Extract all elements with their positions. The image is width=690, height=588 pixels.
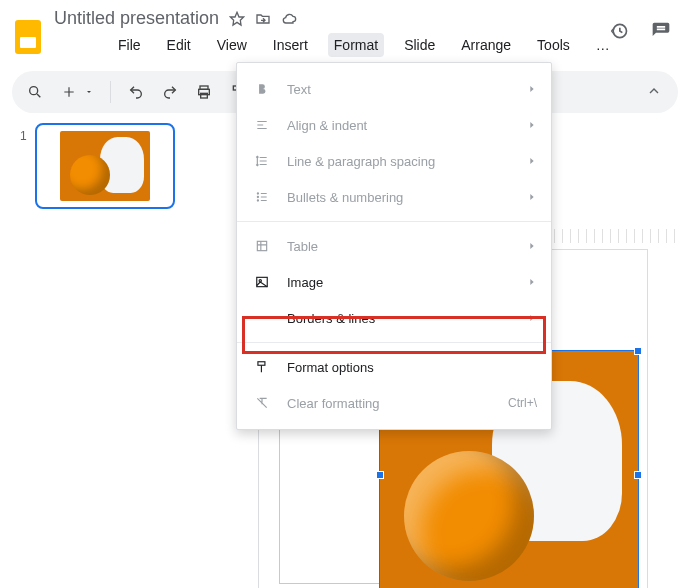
submenu-arrow-icon xyxy=(527,277,537,287)
submenu-arrow-icon xyxy=(527,192,537,202)
menu-shortcut: Ctrl+\ xyxy=(508,396,537,410)
menu-item-clear-formatting: Clear formattingCtrl+\ xyxy=(237,385,551,421)
image-icon xyxy=(253,275,271,289)
document-title[interactable]: Untitled presentation xyxy=(54,8,219,29)
table-icon xyxy=(253,239,271,253)
menu-item-line-paragraph-spacing: Line & paragraph spacing xyxy=(237,143,551,179)
undo-icon[interactable] xyxy=(127,83,145,101)
clear-icon xyxy=(253,396,271,410)
format-menu-dropdown: TextAlign & indentLine & paragraph spaci… xyxy=(236,62,552,430)
divider xyxy=(110,81,111,103)
new-slide-button[interactable] xyxy=(60,83,78,101)
menu-item-image[interactable]: Image xyxy=(237,264,551,300)
menu-item-format-options[interactable]: Format options xyxy=(237,349,551,385)
submenu-arrow-icon xyxy=(527,313,537,323)
move-icon[interactable] xyxy=(255,11,271,27)
submenu-arrow-icon xyxy=(527,156,537,166)
resize-handle[interactable] xyxy=(634,471,642,479)
menu-item-align-indent: Align & indent xyxy=(237,107,551,143)
slide-thumbnail[interactable] xyxy=(35,123,175,209)
align-icon xyxy=(253,118,271,132)
submenu-arrow-icon xyxy=(527,120,537,130)
menu-item-label: Borders & lines xyxy=(287,311,375,326)
slide-thumbnail-panel: 1 xyxy=(20,123,200,209)
menu-item-label: Clear formatting xyxy=(287,396,379,411)
menu-item-label: Line & paragraph spacing xyxy=(287,154,435,169)
menu-view[interactable]: View xyxy=(211,33,253,57)
borders-icon xyxy=(253,311,271,325)
menu-arrange[interactable]: Arrange xyxy=(455,33,517,57)
menu-item-bullets-numbering: Bullets & numbering xyxy=(237,179,551,215)
svg-point-9 xyxy=(257,200,258,201)
menu-item-label: Text xyxy=(287,82,311,97)
star-icon[interactable] xyxy=(229,11,245,27)
menu-insert[interactable]: Insert xyxy=(267,33,314,57)
svg-point-7 xyxy=(257,193,258,194)
format-options-icon xyxy=(253,360,271,374)
print-icon[interactable] xyxy=(195,83,213,101)
redo-icon[interactable] xyxy=(161,83,179,101)
line-spacing-icon xyxy=(253,154,271,168)
menu-item-label: Table xyxy=(287,239,318,254)
resize-handle[interactable] xyxy=(634,347,642,355)
menu-item-label: Bullets & numbering xyxy=(287,190,403,205)
menu-item-text: Text xyxy=(237,71,551,107)
slide-number: 1 xyxy=(20,123,27,143)
menu-item-table: Table xyxy=(237,228,551,264)
menu-separator xyxy=(237,342,551,343)
menu-item-label: Align & indent xyxy=(287,118,367,133)
menu-file[interactable]: File xyxy=(112,33,147,57)
chevron-down-icon[interactable] xyxy=(84,83,94,101)
resize-handle[interactable] xyxy=(376,471,384,479)
svg-point-8 xyxy=(257,196,258,197)
svg-point-2 xyxy=(30,87,38,95)
app-logo xyxy=(12,21,44,53)
svg-rect-13 xyxy=(258,362,265,366)
menu-item-label: Format options xyxy=(287,360,374,375)
bullets-icon xyxy=(253,190,271,204)
menu-separator xyxy=(237,221,551,222)
menu-format[interactable]: Format xyxy=(328,33,384,57)
svg-rect-10 xyxy=(257,241,266,250)
cloud-status-icon[interactable] xyxy=(281,11,297,27)
comments-icon[interactable] xyxy=(650,20,672,42)
menu-item-borders-lines[interactable]: Borders & lines xyxy=(237,300,551,336)
menu-tools[interactable]: Tools xyxy=(531,33,576,57)
submenu-arrow-icon xyxy=(527,241,537,251)
svg-marker-0 xyxy=(230,12,243,25)
bold-icon xyxy=(253,82,271,96)
menu-slide[interactable]: Slide xyxy=(398,33,441,57)
collapse-toolbar-icon[interactable] xyxy=(646,83,664,101)
history-icon[interactable] xyxy=(608,20,630,42)
menu-edit[interactable]: Edit xyxy=(161,33,197,57)
submenu-arrow-icon xyxy=(527,84,537,94)
menu-item-label: Image xyxy=(287,275,323,290)
search-icon[interactable] xyxy=(26,83,44,101)
